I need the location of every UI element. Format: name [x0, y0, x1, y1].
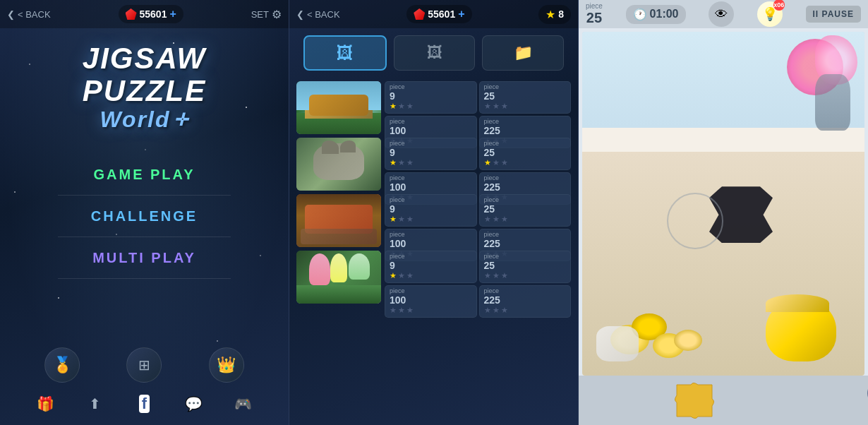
van-piece9[interactable]: piece 9 ★ ★ ★: [385, 81, 477, 114]
hint-button[interactable]: 💡 x06: [757, 1, 783, 27]
panel2-back-label: < BACK: [307, 9, 340, 20]
grid-button[interactable]: ⊞: [126, 347, 162, 383]
flowers-piece9[interactable]: piece 9 ★ ★ ★: [385, 251, 477, 283]
facebook-button[interactable]: f: [130, 390, 158, 418]
piece-count-display: piece 25: [586, 3, 603, 26]
tab-add-photo[interactable]: 🖼: [394, 35, 476, 71]
add-photo-icon: 🖼: [427, 44, 442, 62]
set-label: SET: [251, 9, 269, 20]
eye-icon: 👁: [715, 7, 728, 22]
panel2-back-button[interactable]: ❮ < BACK: [296, 9, 340, 20]
tab-photos[interactable]: 🖼: [303, 35, 387, 71]
star-empty-icon: ★: [398, 102, 405, 111]
star-filled-icon: ★: [484, 158, 491, 167]
chat-button[interactable]: 💬: [179, 390, 207, 418]
star-empty-icon: ★: [484, 271, 491, 280]
timer-display: 🕐 01:00: [626, 5, 686, 24]
logo-line1: JIGSAW: [83, 42, 206, 75]
star-empty-icon: ★: [406, 215, 414, 224]
back-chevron2-icon: ❮: [296, 9, 304, 20]
puzzle-thumbnail-van[interactable]: [296, 81, 381, 134]
food-piece9[interactable]: piece 9 ★ ★ ★: [385, 194, 477, 227]
pause-button[interactable]: II PAUSE: [806, 6, 861, 23]
star-empty-icon: ★: [398, 158, 405, 167]
social-row: 🎁 ⬆ f 💬 🎮: [0, 390, 289, 418]
achievements-button[interactable]: 🏅: [44, 347, 80, 383]
bottom-icon-row: 🏅 ⊞ 👑: [0, 347, 289, 383]
gems-display: 55601 +: [119, 5, 183, 23]
puzzle-row: piece 9 ★ ★ ★ piece 25 ★ ★: [296, 138, 571, 191]
add-gems-button[interactable]: +: [169, 8, 176, 20]
app-logo: JIGSAW PUZZLE World ✛: [83, 42, 206, 133]
crown-button[interactable]: 👑: [209, 347, 244, 383]
eye-button[interactable]: 👁: [709, 1, 734, 27]
star-empty-icon: ★: [493, 158, 500, 167]
panel2-add-gems-button[interactable]: +: [458, 8, 464, 20]
panel2-gem-count: 55601: [428, 8, 455, 20]
food-piece25[interactable]: piece 25 ★ ★ ★: [479, 194, 572, 227]
timer-text: 01:00: [650, 8, 679, 20]
puzzle-row: piece 9 ★ ★ ★ piece 25 ★ ★: [296, 194, 571, 247]
star-filled-icon: ★: [390, 271, 397, 280]
category-tabs: 🖼 🖼 📁: [289, 28, 578, 78]
gamepad-button[interactable]: 🎮: [229, 390, 257, 418]
main-nav: GAME PLAY CHALLENGE MULTI PLAY: [0, 154, 289, 279]
star-empty-icon: ★: [484, 306, 491, 315]
share-button[interactable]: ⬆: [81, 390, 109, 418]
panel2-star-icon: ★: [545, 8, 555, 21]
game-area: < >: [579, 28, 868, 425]
multiplay-menu-item[interactable]: MULTI PLAY: [0, 237, 289, 279]
puzzle-thumbnail-flowers[interactable]: [296, 251, 381, 304]
panel2-gem-icon: [414, 8, 425, 20]
puzzle-thumbnail-cat[interactable]: [296, 138, 381, 191]
star-filled-icon: ★: [390, 158, 397, 167]
back-button[interactable]: ❮ < BACK: [7, 9, 51, 20]
gamepad-icon: 🎮: [234, 395, 252, 412]
chat-icon: 💬: [185, 395, 203, 412]
challenge-menu-item[interactable]: CHALLENGE: [0, 196, 289, 237]
scene-vase: [815, 74, 850, 131]
photos-icon: 🖼: [337, 43, 354, 63]
gift-button[interactable]: 🎁: [32, 390, 60, 418]
settings-button[interactable]: SET ⚙: [251, 8, 282, 21]
flowers-piece100[interactable]: piece 100 ★ ★ ★: [385, 285, 477, 318]
star-empty-icon: ★: [493, 102, 500, 111]
puzzle-thumbnail-food[interactable]: [296, 194, 381, 247]
scene-white-item: [596, 326, 639, 361]
puzzle-options-cat: piece 9 ★ ★ ★ piece 25 ★ ★: [385, 138, 571, 191]
puzzle-image: [582, 32, 864, 376]
star-empty-icon: ★: [390, 306, 397, 315]
star-empty-icon: ★: [484, 215, 491, 224]
share-icon: ⬆: [89, 395, 101, 412]
folder-icon: 📁: [514, 44, 533, 62]
star-empty-icon: ★: [501, 306, 508, 315]
tray-piece-svg[interactable]: [673, 381, 716, 420]
star-empty-icon: ★: [501, 215, 508, 224]
facebook-icon: f: [139, 395, 150, 413]
cat-piece9[interactable]: piece 9 ★ ★ ★: [385, 138, 477, 170]
rotation-overlay: [667, 193, 723, 249]
panel2-stars-display: ★ 8: [538, 5, 571, 24]
star-empty-icon: ★: [501, 271, 508, 280]
flowers-piece225[interactable]: piece 225 ★ ★ ★: [479, 285, 572, 318]
gameplay-menu-item[interactable]: GAME PLAY: [0, 154, 289, 196]
flowers-piece25[interactable]: piece 25 ★ ★ ★: [479, 251, 572, 283]
star-empty-icon: ★: [501, 102, 508, 111]
gem-count: 55601: [140, 8, 167, 20]
puzzle-row: piece 9 ★ ★ ★ piece 25 ★ ★: [296, 81, 571, 134]
piece-label-top: piece: [586, 3, 603, 10]
scene-lemon4: [674, 330, 702, 351]
back-label: < BACK: [18, 9, 51, 20]
tab-folder[interactable]: 📁: [482, 35, 564, 71]
panel1-topbar: ❮ < BACK 55601 + SET ⚙: [0, 0, 289, 28]
van-piece25[interactable]: piece 25 ★ ★ ★: [479, 81, 572, 114]
scene-pot-lid: [766, 294, 829, 312]
star-empty-icon: ★: [484, 102, 491, 111]
puzzle-row: piece 9 ★ ★ ★ piece 25 ★ ★: [296, 251, 571, 304]
puzzle-piece-icon: ✛: [174, 111, 189, 129]
grid-icon: ⊞: [138, 357, 150, 373]
panel2-gems-display: 55601 +: [406, 5, 471, 23]
star-empty-icon: ★: [398, 215, 405, 224]
cat-piece25[interactable]: piece 25 ★ ★ ★: [479, 138, 572, 170]
logo-line3: World ✛: [83, 107, 206, 132]
